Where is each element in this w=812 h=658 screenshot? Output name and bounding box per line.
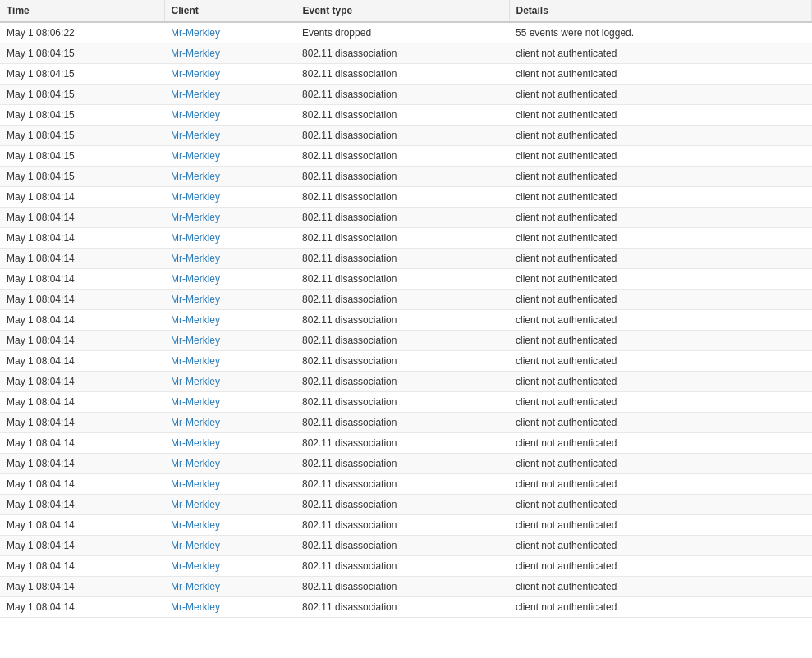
client-link[interactable]: Mr-Merkley — [171, 458, 220, 469]
cell-client[interactable]: Mr-Merkley — [164, 249, 296, 269]
cell-client[interactable]: Mr-Merkley — [164, 22, 296, 43]
cell-client[interactable]: Mr-Merkley — [164, 331, 296, 351]
cell-details: client not authenticated — [509, 556, 812, 577]
cell-details: client not authenticated — [509, 85, 812, 105]
cell-client[interactable]: Mr-Merkley — [164, 290, 296, 310]
cell-client[interactable]: Mr-Merkley — [164, 392, 296, 413]
client-link[interactable]: Mr-Merkley — [171, 601, 220, 613]
client-link[interactable]: Mr-Merkley — [171, 396, 220, 408]
cell-event-type: 802.11 disassociation — [296, 392, 509, 413]
cell-client[interactable]: Mr-Merkley — [164, 372, 296, 392]
client-link[interactable]: Mr-Merkley — [171, 212, 220, 223]
client-link[interactable]: Mr-Merkley — [171, 540, 220, 551]
cell-client[interactable]: Mr-Merkley — [164, 577, 296, 597]
table-row: May 1 08:04:15Mr-Merkley802.11 disassoci… — [0, 146, 812, 167]
cell-time: May 1 08:04:14 — [0, 351, 164, 372]
client-link[interactable]: Mr-Merkley — [171, 294, 220, 305]
cell-time: May 1 08:04:14 — [0, 331, 164, 351]
cell-client[interactable]: Mr-Merkley — [164, 495, 296, 515]
client-link[interactable]: Mr-Merkley — [171, 581, 220, 592]
cell-client[interactable]: Mr-Merkley — [164, 85, 296, 105]
cell-details: client not authenticated — [509, 290, 812, 310]
cell-client[interactable]: Mr-Merkley — [164, 187, 296, 208]
client-link[interactable]: Mr-Merkley — [171, 48, 220, 59]
cell-client[interactable]: Mr-Merkley — [164, 474, 296, 495]
cell-client[interactable]: Mr-Merkley — [164, 515, 296, 536]
client-link[interactable]: Mr-Merkley — [171, 560, 220, 572]
cell-details: client not authenticated — [509, 310, 812, 331]
table-row: May 1 08:04:14Mr-Merkley802.11 disassoci… — [0, 454, 812, 474]
cell-time: May 1 08:04:15 — [0, 167, 164, 187]
cell-event-type: Events dropped — [296, 22, 509, 43]
cell-client[interactable]: Mr-Merkley — [164, 433, 296, 454]
cell-client[interactable]: Mr-Merkley — [164, 351, 296, 372]
client-link[interactable]: Mr-Merkley — [171, 68, 220, 80]
table-row: May 1 08:04:14Mr-Merkley802.11 disassoci… — [0, 495, 812, 515]
table-row: May 1 08:04:14Mr-Merkley802.11 disassoci… — [0, 331, 812, 351]
cell-client[interactable]: Mr-Merkley — [164, 310, 296, 331]
cell-client[interactable]: Mr-Merkley — [164, 454, 296, 474]
cell-details: client not authenticated — [509, 474, 812, 495]
cell-time: May 1 08:04:14 — [0, 228, 164, 249]
cell-event-type: 802.11 disassociation — [296, 146, 509, 167]
cell-time: May 1 08:04:15 — [0, 85, 164, 105]
cell-time: May 1 08:04:14 — [0, 392, 164, 413]
client-link[interactable]: Mr-Merkley — [171, 130, 220, 141]
cell-client[interactable]: Mr-Merkley — [164, 105, 296, 126]
client-link[interactable]: Mr-Merkley — [171, 355, 220, 367]
cell-client[interactable]: Mr-Merkley — [164, 167, 296, 187]
cell-client[interactable]: Mr-Merkley — [164, 126, 296, 146]
client-link[interactable]: Mr-Merkley — [171, 109, 220, 121]
table-row: May 1 08:04:14Mr-Merkley802.11 disassoci… — [0, 536, 812, 556]
cell-client[interactable]: Mr-Merkley — [164, 146, 296, 167]
cell-details: client not authenticated — [509, 392, 812, 413]
cell-client[interactable]: Mr-Merkley — [164, 556, 296, 577]
client-link[interactable]: Mr-Merkley — [171, 519, 220, 531]
client-link[interactable]: Mr-Merkley — [171, 417, 220, 428]
cell-details: client not authenticated — [509, 331, 812, 351]
table-row: May 1 08:04:14Mr-Merkley802.11 disassoci… — [0, 372, 812, 392]
cell-client[interactable]: Mr-Merkley — [164, 597, 296, 618]
cell-client[interactable]: Mr-Merkley — [164, 208, 296, 228]
cell-time: May 1 08:04:14 — [0, 536, 164, 556]
client-link[interactable]: Mr-Merkley — [171, 335, 220, 346]
cell-time: May 1 08:04:15 — [0, 126, 164, 146]
client-link[interactable]: Mr-Merkley — [171, 499, 220, 510]
client-link[interactable]: Mr-Merkley — [171, 89, 220, 100]
cell-event-type: 802.11 disassociation — [296, 269, 509, 290]
cell-details: client not authenticated — [509, 208, 812, 228]
cell-event-type: 802.11 disassociation — [296, 105, 509, 126]
table-row: May 1 08:04:15Mr-Merkley802.11 disassoci… — [0, 126, 812, 146]
cell-client[interactable]: Mr-Merkley — [164, 228, 296, 249]
client-link[interactable]: Mr-Merkley — [171, 437, 220, 449]
cell-client[interactable]: Mr-Merkley — [164, 64, 296, 85]
cell-details: 55 events were not logged. — [509, 22, 812, 43]
client-link[interactable]: Mr-Merkley — [171, 314, 220, 326]
client-link[interactable]: Mr-Merkley — [171, 478, 220, 490]
cell-client[interactable]: Mr-Merkley — [164, 43, 296, 64]
cell-time: May 1 08:04:14 — [0, 290, 164, 310]
cell-time: May 1 08:04:15 — [0, 146, 164, 167]
table-row: May 1 08:04:14Mr-Merkley802.11 disassoci… — [0, 228, 812, 249]
client-link[interactable]: Mr-Merkley — [171, 191, 220, 203]
client-link[interactable]: Mr-Merkley — [171, 253, 220, 264]
cell-client[interactable]: Mr-Merkley — [164, 536, 296, 556]
cell-client[interactable]: Mr-Merkley — [164, 413, 296, 433]
client-link[interactable]: Mr-Merkley — [171, 376, 220, 387]
cell-details: client not authenticated — [509, 433, 812, 454]
cell-time: May 1 08:06:22 — [0, 22, 164, 43]
table-row: May 1 08:04:14Mr-Merkley802.11 disassoci… — [0, 249, 812, 269]
table-header: Time Client Event type Details — [0, 0, 812, 22]
cell-client[interactable]: Mr-Merkley — [164, 269, 296, 290]
table-row: May 1 08:04:14Mr-Merkley802.11 disassoci… — [0, 577, 812, 597]
table-row: May 1 08:04:14Mr-Merkley802.11 disassoci… — [0, 310, 812, 331]
client-link[interactable]: Mr-Merkley — [171, 27, 220, 39]
cell-time: May 1 08:04:15 — [0, 105, 164, 126]
client-link[interactable]: Mr-Merkley — [171, 273, 220, 285]
cell-details: client not authenticated — [509, 146, 812, 167]
cell-details: client not authenticated — [509, 351, 812, 372]
client-link[interactable]: Mr-Merkley — [171, 150, 220, 162]
client-link[interactable]: Mr-Merkley — [171, 171, 220, 182]
client-link[interactable]: Mr-Merkley — [171, 232, 220, 244]
table-body: May 1 08:06:22Mr-MerkleyEvents dropped55… — [0, 22, 812, 618]
